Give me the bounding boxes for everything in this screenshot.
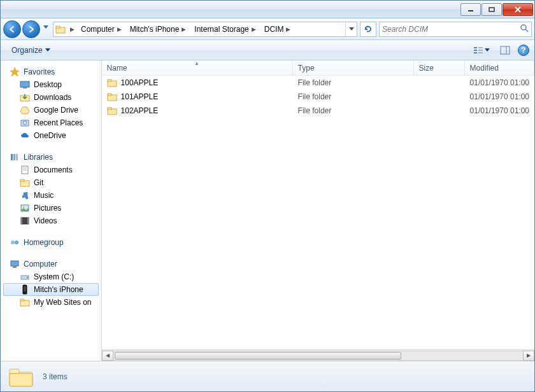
svg-rect-28 xyxy=(20,179,24,181)
svg-rect-37 xyxy=(13,266,17,268)
folder-icon xyxy=(107,78,117,88)
tree-header-computer[interactable]: Computer xyxy=(1,258,101,270)
column-label: Type xyxy=(298,64,315,73)
downloads-icon xyxy=(20,92,30,102)
svg-point-35 xyxy=(15,241,18,244)
sidebar-item-system-drive[interactable]: System (C:) xyxy=(1,270,101,283)
sidebar-item-label: Pictures xyxy=(34,204,61,213)
sidebar-item-label: Desktop xyxy=(34,80,62,89)
gdrive-icon xyxy=(20,105,30,115)
back-button[interactable] xyxy=(3,20,21,38)
search-input[interactable] xyxy=(382,25,520,34)
sidebar-item-label: Documents xyxy=(34,165,73,174)
chevron-right-icon[interactable]: ▶ xyxy=(249,26,259,32)
column-header-size[interactable]: Size xyxy=(414,60,465,75)
chevron-right-icon[interactable]: ▶ xyxy=(68,26,77,32)
tree-section-favorites: Favorites Desktop Downloads Google Drive… xyxy=(1,66,101,142)
scroll-track[interactable] xyxy=(113,351,523,361)
preview-pane-button[interactable] xyxy=(497,45,513,56)
sidebar-item-onedrive[interactable]: OneDrive xyxy=(1,129,101,142)
scroll-thumb[interactable] xyxy=(115,352,401,360)
sidebar-item-videos[interactable]: Videos xyxy=(1,214,101,227)
status-text: 3 items xyxy=(43,372,68,381)
maximize-button[interactable] xyxy=(481,3,502,16)
search-box[interactable] xyxy=(379,22,532,37)
forward-button[interactable] xyxy=(22,20,40,38)
close-button[interactable] xyxy=(503,3,533,16)
sidebar-item-label: Google Drive xyxy=(34,106,78,115)
file-type: File folder xyxy=(293,106,414,115)
tree-header-homegroup[interactable]: Homegroup xyxy=(1,236,101,249)
svg-rect-22 xyxy=(13,154,15,160)
sidebar-item-git[interactable]: Git xyxy=(1,176,101,189)
scroll-left-button[interactable]: ◀ xyxy=(102,351,113,361)
sidebar-item-recent[interactable]: Recent Places xyxy=(1,116,101,129)
breadcrumb-bar[interactable]: ▶ Computer▶ Mitch's iPhone▶ Internal Sto… xyxy=(53,22,357,37)
tree-header-label: Favorites xyxy=(24,67,55,76)
file-row[interactable]: 102APPLE File folder 01/01/1970 01:00 xyxy=(102,104,534,118)
horizontal-scrollbar[interactable]: ◀ ▶ xyxy=(102,349,534,361)
sidebar-item-downloads[interactable]: Downloads xyxy=(1,91,101,104)
sidebar-item-label: Recent Places xyxy=(34,118,83,127)
view-mode-button[interactable] xyxy=(471,45,492,56)
column-header-name[interactable]: Name ▲ xyxy=(102,60,293,75)
sidebar-item-music[interactable]: Music xyxy=(1,189,101,202)
breadcrumb-dropdown[interactable] xyxy=(345,22,357,36)
svg-rect-21 xyxy=(11,154,13,160)
sidebar-item-desktop[interactable]: Desktop xyxy=(1,78,101,91)
chevron-right-icon[interactable]: ▶ xyxy=(179,26,189,32)
breadcrumb-item-computer[interactable]: Computer▶ xyxy=(77,22,126,36)
organize-button[interactable]: Organize xyxy=(6,43,56,57)
explorer-window: ▶ Computer▶ Mitch's iPhone▶ Internal Sto… xyxy=(0,0,535,392)
file-modified: 01/01/1970 01:00 xyxy=(465,78,534,87)
titlebar xyxy=(1,1,534,18)
file-list[interactable]: 100APPLE File folder 01/01/1970 01:00 10… xyxy=(102,76,534,349)
location-icon xyxy=(54,22,68,36)
svg-rect-16 xyxy=(20,81,29,87)
nav-history-dropdown[interactable] xyxy=(41,20,50,34)
svg-rect-33 xyxy=(27,218,29,224)
refresh-button[interactable] xyxy=(360,22,376,37)
tree-header-libraries[interactable]: Libraries xyxy=(1,151,101,164)
breadcrumb-label: Computer xyxy=(81,25,115,34)
column-header-modified[interactable]: Modified xyxy=(465,60,534,75)
sidebar-item-iphone[interactable]: Mitch's iPhone xyxy=(3,283,99,296)
svg-rect-11 xyxy=(478,47,483,48)
breadcrumb-item-device[interactable]: Mitch's iPhone▶ xyxy=(126,22,191,36)
column-label: Modified xyxy=(470,64,499,73)
file-row[interactable]: 100APPLE File folder 01/01/1970 01:00 xyxy=(102,76,534,90)
sidebar-item-websites[interactable]: My Web Sites on xyxy=(1,296,101,309)
sidebar-item-label: System (C:) xyxy=(34,272,74,281)
navigation-pane[interactable]: Favorites Desktop Downloads Google Drive… xyxy=(1,60,101,361)
file-name: 102APPLE xyxy=(121,106,159,115)
help-button[interactable]: ? xyxy=(518,45,529,56)
column-label: Name xyxy=(107,64,127,73)
minimize-button[interactable] xyxy=(460,3,481,16)
svg-rect-36 xyxy=(11,261,18,266)
column-header-type[interactable]: Type xyxy=(293,60,414,75)
svg-rect-8 xyxy=(474,47,477,48)
search-icon xyxy=(520,24,529,34)
breadcrumb-label: Mitch's iPhone xyxy=(130,25,180,34)
chevron-down-icon xyxy=(45,48,50,52)
homegroup-icon xyxy=(10,237,20,248)
svg-rect-32 xyxy=(21,218,22,224)
drive-icon xyxy=(20,272,30,282)
toolbar-right: ? xyxy=(471,45,529,56)
sidebar-item-pictures[interactable]: Pictures xyxy=(1,202,101,214)
chevron-right-icon[interactable]: ▶ xyxy=(283,26,293,32)
tree-header-favorites[interactable]: Favorites xyxy=(1,66,101,78)
svg-rect-51 xyxy=(10,369,19,374)
sidebar-item-documents[interactable]: Documents xyxy=(1,164,101,176)
file-row[interactable]: 101APPLE File folder 01/01/1970 01:00 xyxy=(102,90,534,104)
tree-header-label: Homegroup xyxy=(24,238,64,247)
status-bar: 3 items xyxy=(1,361,534,391)
scroll-right-button[interactable]: ▶ xyxy=(523,351,534,361)
breadcrumb-item-storage[interactable]: Internal Storage▶ xyxy=(190,22,260,36)
tree-header-label: Libraries xyxy=(24,153,53,162)
chevron-right-icon[interactable]: ▶ xyxy=(115,26,124,32)
svg-rect-52 xyxy=(10,374,32,386)
svg-point-39 xyxy=(27,277,28,278)
sidebar-item-gdrive[interactable]: Google Drive xyxy=(1,104,101,116)
breadcrumb-item-dcim[interactable]: DCIM▶ xyxy=(260,22,296,36)
